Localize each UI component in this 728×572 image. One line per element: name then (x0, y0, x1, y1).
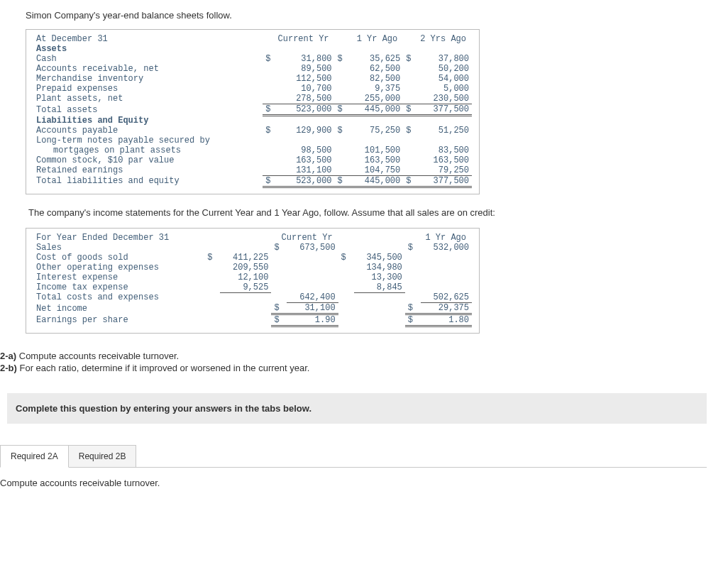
inv-c2: 82,500 (351, 74, 404, 84)
assets-header: Assets (33, 44, 263, 54)
common-c1: 163,500 (278, 155, 334, 165)
prepaid-c3: 5,000 (419, 84, 472, 94)
row-tax: Income tax expense 9,525 8,845 (33, 282, 472, 293)
q2b-label: 2-b) (0, 363, 17, 373)
label-cogs: Cost of goods sold (33, 253, 204, 263)
label-total-assets: Total assets (33, 104, 263, 116)
total-le-c3: 377,500 (419, 175, 472, 187)
income-statement-intro: The company's income statements for the … (28, 207, 728, 218)
label-ltn2: mortgages on plant assets (33, 145, 263, 155)
label-ar: Accounts receivable, net (33, 64, 263, 74)
ar-c2: 62,500 (351, 64, 404, 74)
row-ar: Accounts receivable, net 89,500 62,500 5… (33, 64, 472, 74)
total-le-c2: 445,000 (351, 175, 404, 187)
bs-col1: Current Yr (263, 34, 334, 44)
tab-required-2a[interactable]: Required 2A (0, 445, 69, 468)
ltn2-c3: 83,500 (419, 145, 472, 155)
is-header-label: For Year Ended December 31 (33, 233, 204, 243)
label-int: Interest expense (33, 273, 204, 282)
label-tax: Income tax expense (33, 282, 204, 293)
q2b-text: For each ratio, determine if it improved… (17, 363, 310, 373)
opex-c1: 209,550 (220, 263, 271, 273)
row-ltn2: mortgages on plant assets 98,500 101,500… (33, 145, 472, 155)
row-total-assets: Total assets $523,000 $445,000 $377,500 (33, 104, 472, 116)
row-sales: Sales $673,500 $532,000 (33, 243, 472, 253)
label-tcx: Total costs and expenses (33, 292, 204, 303)
sales-c1: 673,500 (287, 243, 338, 253)
total-assets-c3: 377,500 (419, 104, 472, 116)
ni-c1: 31,100 (287, 303, 338, 314)
label-plant: Plant assets, net (33, 94, 263, 104)
re-c2: 104,750 (351, 165, 404, 176)
row-ni: Net income $31,100 $29,375 (33, 303, 472, 314)
income-statement-table: For Year Ended December 31 Current Yr 1 … (33, 233, 472, 328)
row-inv: Merchandise inventory 112,500 82,500 54,… (33, 74, 472, 84)
tabs: Required 2A Required 2B (0, 445, 728, 468)
total-assets-c1: 523,000 (278, 104, 334, 116)
ap-c3: 51,250 (419, 126, 472, 136)
label-inv: Merchandise inventory (33, 74, 263, 84)
row-total-le: Total liabilities and equity $523,000 $4… (33, 175, 472, 187)
cash-c3: 37,800 (419, 54, 472, 64)
label-ni: Net income (33, 303, 204, 314)
eps-c2: 1.80 (421, 314, 472, 326)
label-prepaid: Prepaid expenses (33, 84, 263, 94)
row-int: Interest expense 12,100 13,300 (33, 273, 472, 282)
liab-header: Liabilities and Equity (33, 116, 263, 126)
is-col2: 1 Yr Ago (338, 233, 472, 243)
label-ap: Accounts payable (33, 126, 263, 136)
bs-header-label: At December 31 (33, 34, 263, 44)
row-cogs: Cost of goods sold $411,225 $345,500 (33, 253, 472, 263)
label-sales: Sales (33, 243, 204, 253)
questions-block: 2-a) Compute accounts receivable turnove… (0, 351, 728, 373)
ar-c3: 50,200 (419, 64, 472, 74)
row-tcx: Total costs and expenses 642,400 502,625 (33, 292, 472, 303)
prepaid-c1: 10,700 (278, 84, 334, 94)
complete-instruction-bar: Complete this question by entering your … (7, 393, 707, 424)
plant-c1: 278,500 (278, 94, 334, 104)
intro-text: Simon Company's year-end balance sheets … (26, 10, 728, 21)
re-c1: 131,100 (278, 165, 334, 176)
prepaid-c2: 9,375 (351, 84, 404, 94)
ltn2-c2: 101,500 (351, 145, 404, 155)
int-c1: 12,100 (220, 273, 271, 282)
label-eps: Earnings per share (33, 314, 204, 326)
total-le-c1: 523,000 (278, 175, 334, 187)
total-assets-c2: 445,000 (351, 104, 404, 116)
label-ltn1: Long-term notes payable secured by (33, 136, 263, 145)
inv-c1: 112,500 (278, 74, 334, 84)
cash-c1: 31,800 (278, 54, 334, 64)
q2a-label: 2-a) (0, 351, 16, 361)
balance-sheet-frame: At December 31 Current Yr 1 Yr Ago 2 Yrs… (26, 29, 480, 194)
sales-c2: 532,000 (421, 243, 472, 253)
plant-c3: 230,500 (419, 94, 472, 104)
ap-c1: 129,900 (278, 126, 334, 136)
cogs-c1: 411,225 (220, 253, 271, 263)
label-total-le: Total liabilities and equity (33, 175, 263, 187)
tax-c1: 9,525 (220, 282, 271, 293)
plant-c2: 255,000 (351, 94, 404, 104)
is-col1: Current Yr (204, 233, 338, 243)
tab-content: Compute accounts receivable turnover. (0, 467, 707, 488)
income-statement-frame: For Year Ended December 31 Current Yr 1 … (26, 228, 480, 334)
row-prepaid: Prepaid expenses 10,700 9,375 5,000 (33, 84, 472, 94)
opex-c2: 134,980 (354, 263, 405, 273)
bs-col2: 1 Yr Ago (335, 34, 404, 44)
tax-c2: 8,845 (354, 282, 405, 293)
ltn2-c1: 98,500 (278, 145, 334, 155)
cogs-c2: 345,500 (354, 253, 405, 263)
inv-c3: 54,000 (419, 74, 472, 84)
tcx-c2: 502,625 (421, 292, 472, 303)
tab-required-2b[interactable]: Required 2B (68, 445, 137, 468)
label-opex: Other operating expenses (33, 263, 204, 273)
row-ltn1: Long-term notes payable secured by (33, 136, 472, 145)
ar-c1: 89,500 (278, 64, 334, 74)
balance-sheet-table: At December 31 Current Yr 1 Yr Ago 2 Yrs… (33, 34, 472, 188)
tcx-c1: 642,400 (287, 292, 338, 303)
row-plant: Plant assets, net 278,500 255,000 230,50… (33, 94, 472, 104)
ni-c2: 29,375 (421, 303, 472, 314)
row-eps: Earnings per share $1.90 $1.80 (33, 314, 472, 326)
common-c2: 163,500 (351, 155, 404, 165)
bs-col3: 2 Yrs Ago (403, 34, 472, 44)
ap-c2: 75,250 (351, 126, 404, 136)
